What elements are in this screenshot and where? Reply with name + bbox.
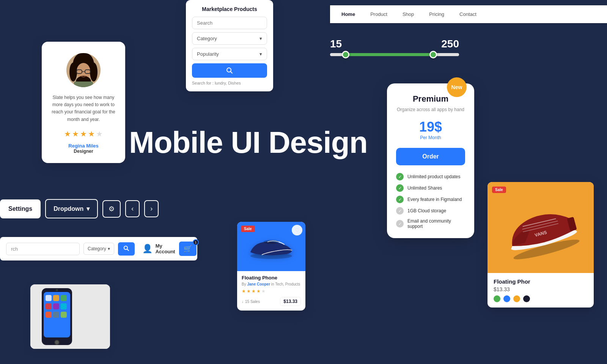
nav-item-shop[interactable]: Shop bbox=[403, 11, 414, 17]
marketplace-search-button[interactable] bbox=[192, 63, 267, 78]
feature-item-5: ✓ Email and community support bbox=[396, 218, 465, 229]
chevron-down-icon-2: ▾ bbox=[259, 51, 262, 57]
p-star-5: ★ bbox=[261, 289, 266, 294]
feature-check-2: ✓ bbox=[396, 184, 404, 192]
settings-button[interactable]: Settings bbox=[0, 199, 41, 218]
search-icon bbox=[226, 67, 233, 74]
account-label[interactable]: My Account bbox=[156, 243, 175, 254]
svg-point-15 bbox=[264, 240, 279, 244]
dropdown-button[interactable]: Dropdown ▾ bbox=[45, 199, 98, 218]
search-category-dropdown[interactable]: Category ▾ bbox=[83, 243, 114, 255]
nav-item-pricing[interactable]: Pricing bbox=[429, 11, 444, 17]
product-footer: ↓ 15 Sales $13.33 bbox=[242, 297, 301, 306]
gear-icon: ⚙ bbox=[109, 205, 115, 213]
cart-button[interactable]: 🛒 1 bbox=[179, 242, 197, 256]
star-5: ★ bbox=[96, 129, 103, 138]
svg-rect-9 bbox=[74, 82, 93, 87]
svg-rect-19 bbox=[46, 295, 52, 301]
shoe-card-name: Floating Phor bbox=[494, 278, 588, 285]
nav-bar: Home Product Shop Pricing Contact bbox=[330, 5, 607, 23]
range-values: 15 250 bbox=[330, 38, 459, 50]
category-dropdown[interactable]: Category ▾ bbox=[192, 32, 267, 45]
avatar bbox=[66, 53, 101, 87]
nav-item-product[interactable]: Product bbox=[370, 11, 387, 17]
search-bar-input[interactable] bbox=[6, 243, 80, 255]
new-badge: New bbox=[447, 77, 467, 97]
range-max: 250 bbox=[441, 38, 459, 50]
category-label: Category bbox=[197, 36, 217, 41]
category-text: Category bbox=[88, 246, 106, 251]
color-dot-blue[interactable] bbox=[503, 295, 510, 302]
search-bar-button[interactable] bbox=[118, 242, 135, 256]
shoe-sale-badge: Sale bbox=[492, 187, 506, 193]
product-name: Floating Phone bbox=[242, 275, 301, 281]
popularity-dropdown[interactable]: Popularity ▾ bbox=[192, 48, 267, 60]
search-hint: Search for : lundry, Dishes bbox=[192, 81, 267, 85]
chevron-left-icon: ‹ bbox=[131, 205, 134, 213]
account-icon: 👤 bbox=[142, 244, 153, 254]
shoe-card-info: Floating Phor $13.33 bbox=[487, 273, 594, 308]
svg-rect-20 bbox=[53, 295, 59, 301]
range-fill bbox=[346, 53, 433, 56]
color-dot-green[interactable] bbox=[494, 295, 500, 302]
svg-rect-27 bbox=[61, 312, 67, 318]
next-button[interactable]: › bbox=[144, 200, 159, 217]
floating-shoe-card: Sale VANS Floating Phor $13.33 bbox=[487, 182, 594, 308]
product-author-link[interactable]: Jane Cooper bbox=[247, 282, 270, 286]
dropdown-label: Dropdown bbox=[53, 206, 83, 212]
reviewer-name: Regina Miles bbox=[68, 143, 98, 149]
premium-card: New Premium Organize across all apps by … bbox=[387, 83, 474, 238]
download-icon: ↓ bbox=[242, 300, 244, 304]
range-thumb-left[interactable] bbox=[342, 51, 349, 58]
order-button[interactable]: Order bbox=[396, 148, 465, 165]
svg-rect-24 bbox=[61, 303, 67, 309]
product-stars: ★ ★ ★ ★ ★ bbox=[242, 289, 301, 294]
p-star-4: ★ bbox=[256, 289, 261, 294]
product-info: Floating Phone By Jane Cooper in Tech, P… bbox=[237, 271, 305, 311]
feature-check-4: ✓ bbox=[396, 207, 404, 215]
star-rating: ★ ★ ★ ★ ★ bbox=[64, 129, 103, 138]
nav-item-home[interactable]: Home bbox=[341, 11, 355, 17]
product-sales: ↓ 15 Sales bbox=[242, 300, 260, 304]
per-month: Per Month bbox=[396, 135, 465, 140]
nav-item-contact[interactable]: Contact bbox=[459, 11, 476, 17]
search-field-wrapper[interactable] bbox=[192, 17, 267, 29]
cart-badge: 1 bbox=[193, 239, 199, 245]
feature-item-3: ✓ Every feature in Figmaland bbox=[396, 196, 465, 203]
shoe-card-price: $13.33 bbox=[494, 286, 588, 292]
review-text: Slate helps you see how many more days y… bbox=[49, 94, 118, 123]
search-icon-2 bbox=[123, 245, 129, 251]
premium-description: Organize across all apps by hand bbox=[396, 106, 465, 113]
feature-check-3: ✓ bbox=[396, 196, 404, 203]
marketplace-search-input[interactable] bbox=[197, 20, 262, 26]
product-meta: By Jane Cooper in Tech, Products bbox=[242, 282, 301, 286]
color-dot-dark[interactable] bbox=[523, 295, 530, 302]
prev-button[interactable]: ‹ bbox=[125, 200, 140, 217]
color-dot-orange[interactable] bbox=[513, 295, 520, 302]
hero-title: Mobile UI Design bbox=[129, 125, 368, 160]
gear-button[interactable]: ⚙ bbox=[102, 200, 121, 218]
star-3: ★ bbox=[80, 129, 87, 138]
range-track[interactable] bbox=[330, 53, 459, 56]
sales-count: 15 Sales bbox=[245, 300, 260, 304]
svg-rect-23 bbox=[53, 303, 59, 309]
vans-shoe-image: VANS bbox=[492, 187, 589, 267]
svg-rect-22 bbox=[46, 303, 52, 309]
star-2: ★ bbox=[72, 129, 79, 138]
feature-check-1: ✓ bbox=[396, 173, 404, 180]
feature-label-2: Unlimited Shares bbox=[407, 185, 442, 191]
range-min: 15 bbox=[330, 38, 342, 50]
svg-point-3 bbox=[69, 63, 77, 82]
premium-price: 19$ bbox=[396, 119, 465, 135]
feature-item-4: ✓ 1GB Cloud storage bbox=[396, 207, 465, 215]
feature-item-1: ✓ Unlimited product updates bbox=[396, 173, 465, 180]
range-thumb-right[interactable] bbox=[429, 51, 437, 58]
product-shoe-image bbox=[247, 231, 296, 262]
account-section: 👤 My Account bbox=[142, 243, 175, 254]
phone-card bbox=[30, 284, 110, 349]
reviewer-role: Designer bbox=[74, 149, 93, 154]
search-bar-widget: Category ▾ 👤 My Account 🛒 1 bbox=[0, 237, 197, 260]
product-card: Sale ♡ Floating Phone By Jane Cooper in … bbox=[237, 222, 305, 311]
star-1: ★ bbox=[64, 129, 71, 138]
product-image: Sale ♡ bbox=[237, 222, 305, 271]
